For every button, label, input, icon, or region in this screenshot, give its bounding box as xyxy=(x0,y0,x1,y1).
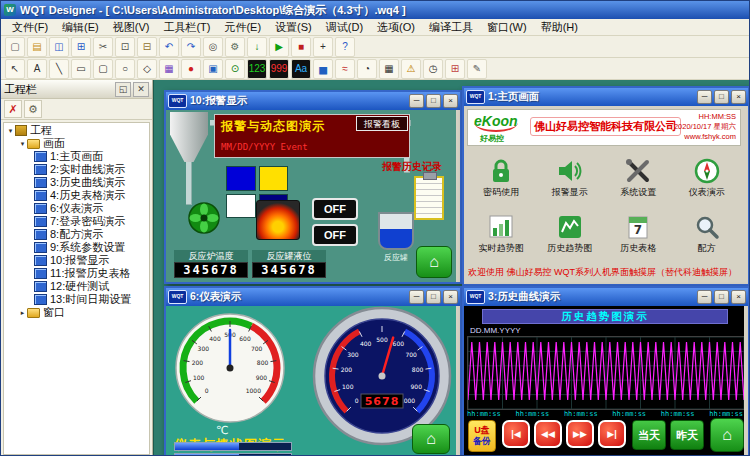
first-button[interactable]: |◀ xyxy=(502,420,530,448)
today-button[interactable]: 当天 xyxy=(632,420,666,450)
alarm-display-icon[interactable]: 999 xyxy=(269,59,289,79)
expand-arrow-icon[interactable]: ▸ xyxy=(18,309,27,317)
button-tool-icon[interactable]: ▣ xyxy=(203,59,223,79)
image-tool-icon[interactable]: ▦ xyxy=(159,59,179,79)
switch-tool-icon[interactable]: ⊙ xyxy=(225,59,245,79)
paste-icon[interactable]: ⊟ xyxy=(137,37,157,57)
text-tool-icon[interactable]: A xyxy=(27,59,47,79)
stop-icon[interactable]: ■ xyxy=(291,37,311,57)
save-icon[interactable]: ◫ xyxy=(49,37,69,57)
line-tool-icon[interactable]: ╲ xyxy=(49,59,69,79)
child-window-titlebar[interactable]: WQT 10:报警显示 ─ □ × xyxy=(166,92,460,110)
delete-icon[interactable]: ✗ xyxy=(4,100,22,118)
tree-item-screen[interactable]: 13:时间日期设置 xyxy=(4,293,149,306)
menu-item[interactable]: 编译工具 xyxy=(422,19,480,36)
menu-item[interactable]: 视图(V) xyxy=(106,19,157,36)
maximize-button[interactable]: □ xyxy=(426,94,441,108)
minimize-button[interactable]: ─ xyxy=(697,290,712,304)
expand-arrow-icon[interactable]: ▾ xyxy=(18,140,27,148)
alarm-event-row: MM/DD/YYYY Event xyxy=(221,142,308,152)
recipe-tool-icon[interactable]: ✎ xyxy=(467,59,487,79)
menu-item[interactable]: 元件(E) xyxy=(217,19,268,36)
ellipse-tool-icon[interactable]: ○ xyxy=(115,59,135,79)
tile-password[interactable]: 密码使用 xyxy=(467,150,536,206)
home-button[interactable]: ⌂ xyxy=(710,418,744,452)
off-button-bottom[interactable]: OFF xyxy=(312,224,358,246)
polygon-tool-icon[interactable]: ◇ xyxy=(137,59,157,79)
close-icon[interactable]: ✕ xyxy=(133,82,149,97)
menu-item[interactable]: 编辑(E) xyxy=(55,19,106,36)
run-icon[interactable]: ▶ xyxy=(269,37,289,57)
tile-alarm-display[interactable]: 报警显示 xyxy=(536,150,605,206)
menu-item[interactable]: 选项(O) xyxy=(370,19,422,36)
save-all-icon[interactable]: ⊞ xyxy=(71,37,91,57)
last-button[interactable]: ▶| xyxy=(598,420,626,448)
table-icon[interactable]: ▦ xyxy=(379,59,399,79)
rounded-rect-tool-icon[interactable]: ▢ xyxy=(93,59,113,79)
calendar-tool-icon[interactable]: ⊞ xyxy=(445,59,465,79)
wqt-badge-icon: WQT xyxy=(466,290,485,304)
maximize-button[interactable]: □ xyxy=(426,290,441,304)
tile-gauge-demo[interactable]: 仪表演示 xyxy=(673,150,742,206)
dock-icon[interactable]: ◱ xyxy=(115,82,131,97)
redo-icon[interactable]: ↷ xyxy=(181,37,201,57)
minimize-button[interactable]: ─ xyxy=(409,94,424,108)
tile-recipe[interactable]: 配方 xyxy=(673,206,742,262)
menu-item[interactable]: 设置(S) xyxy=(268,19,319,36)
menu-item[interactable]: 窗口(W) xyxy=(480,19,534,36)
meter-icon[interactable]: ◔ xyxy=(357,59,377,79)
minimize-button[interactable]: ─ xyxy=(697,90,712,104)
clock-icon[interactable]: ◷ xyxy=(423,59,443,79)
download-icon[interactable]: ↓ xyxy=(247,37,267,57)
wrench-icon[interactable]: ⚙ xyxy=(24,100,42,118)
minimize-button[interactable]: ─ xyxy=(409,290,424,304)
menu-item[interactable]: 帮助(H) xyxy=(534,19,585,36)
expand-arrow-icon[interactable]: ▾ xyxy=(6,127,15,135)
text-display-icon[interactable]: Aa xyxy=(291,59,311,79)
menu-item[interactable]: 调试(D) xyxy=(319,19,370,36)
open-folder-icon[interactable]: ▤ xyxy=(27,37,47,57)
home-button[interactable]: ⌂ xyxy=(412,424,450,454)
child-window-titlebar[interactable]: WQT 3:历史曲线演示 ─ □ × xyxy=(464,288,748,306)
close-button[interactable]: × xyxy=(731,90,746,104)
usb-backup-button[interactable]: U盘 备份 xyxy=(468,420,496,452)
yesterday-button[interactable]: 昨天 xyxy=(670,420,704,450)
cut-icon[interactable]: ✂ xyxy=(93,37,113,57)
home-button[interactable]: ⌂ xyxy=(416,246,452,278)
zoom-in-icon[interactable]: + xyxy=(313,37,333,57)
lamp-tool-icon[interactable]: ● xyxy=(181,59,201,79)
numeric-display-icon[interactable]: 123 xyxy=(247,59,267,79)
maximize-button[interactable]: □ xyxy=(714,290,729,304)
rect-tool-icon[interactable]: ▭ xyxy=(71,59,91,79)
search-icon[interactable]: ◎ xyxy=(203,37,223,57)
tile-realtime-trend[interactable]: 实时趋势图 xyxy=(467,206,536,262)
child-window-titlebar[interactable]: WQT 6:仪表演示 ─ □ × xyxy=(166,288,460,306)
close-button[interactable]: × xyxy=(731,290,746,304)
tree-item-project-root[interactable]: ▾ 工程 xyxy=(4,124,149,137)
alarm-bar-icon[interactable]: ⚠ xyxy=(401,59,421,79)
cursor-icon[interactable]: ↖ xyxy=(5,59,25,79)
copy-icon[interactable]: ⊡ xyxy=(115,37,135,57)
off-button-top[interactable]: OFF xyxy=(312,198,358,220)
bar-graph-icon[interactable]: ▅ xyxy=(313,59,333,79)
tree-item-windows-folder[interactable]: ▸ 窗口 xyxy=(4,306,149,319)
forward-button[interactable]: ▶▶ xyxy=(566,420,594,448)
close-button[interactable]: × xyxy=(443,290,458,304)
rewind-button[interactable]: ◀◀ xyxy=(534,420,562,448)
new-file-icon[interactable]: ▢ xyxy=(5,37,25,57)
app-titlebar[interactable]: W WQT Designer - [ C:\Users\Administrato… xyxy=(1,1,750,19)
close-button[interactable]: × xyxy=(443,94,458,108)
compile-icon[interactable]: ⚙ xyxy=(225,37,245,57)
help-icon[interactable]: ? xyxy=(335,37,355,57)
clipboard-icon[interactable] xyxy=(414,176,444,220)
tile-history-trend[interactable]: 历史趋势图 xyxy=(536,206,605,262)
alarm-kanban-button[interactable]: 报警看板 xyxy=(356,116,408,131)
child-window-titlebar[interactable]: WQT 1:主页画面 ─ □ × xyxy=(464,88,748,106)
undo-icon[interactable]: ↶ xyxy=(159,37,179,57)
tile-system-settings[interactable]: 系统设置 xyxy=(604,150,673,206)
tile-history-table[interactable]: 7 历史表格 xyxy=(604,206,673,262)
menu-item[interactable]: 文件(F) xyxy=(5,19,55,36)
trend-graph-icon[interactable]: ≈ xyxy=(335,59,355,79)
maximize-button[interactable]: □ xyxy=(714,90,729,104)
menu-item[interactable]: 工具栏(T) xyxy=(156,19,217,36)
